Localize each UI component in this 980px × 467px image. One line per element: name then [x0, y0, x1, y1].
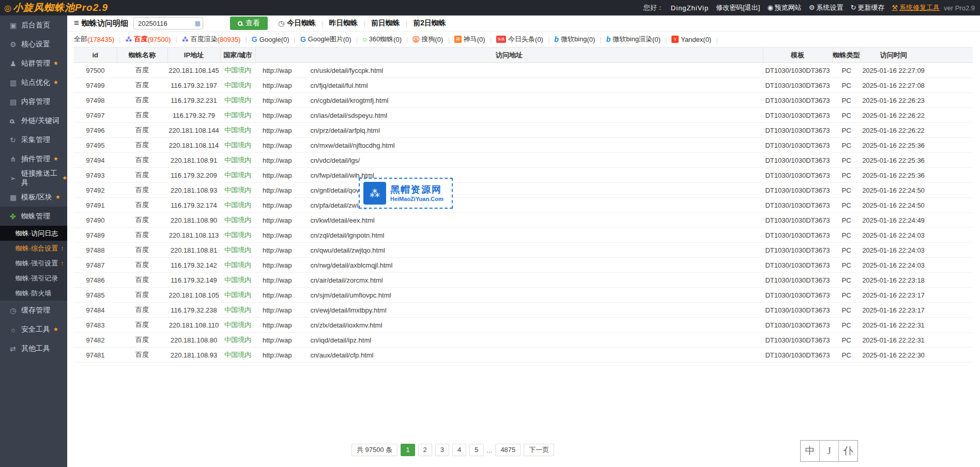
cell-ip: 220.181.108.145 — [167, 63, 220, 78]
cell-url: http://wapcn/usk/detail/fyccpk.html — [255, 63, 763, 78]
page-button-5[interactable]: 5 — [469, 444, 483, 456]
system-settings-link[interactable]: ⚙系统设置 — [809, 3, 844, 12]
cell-type: PC — [832, 348, 861, 363]
cell-url: http://wapcn/cgb/detail/krogtmfj.html — [255, 93, 763, 108]
filter-google[interactable]: GGoogle(0) — [252, 36, 289, 43]
page-button-2[interactable]: 2 — [418, 444, 432, 456]
filter-bing[interactable]: b微软bing(0) — [554, 35, 595, 44]
next-page-button[interactable]: 下一页 — [524, 444, 554, 456]
cell-spider: 百度 — [117, 168, 167, 183]
sidebar-item-蜘蛛·访问日志[interactable]: 蜘蛛·访问日志 — [0, 226, 67, 241]
cell-time: 2025-01-16 22:25:36 — [861, 168, 973, 183]
cell-time: 2025-01-16 22:27:08 — [861, 78, 973, 93]
table-row: 97496百度220.181.108.144中国境内http://wapcn/p… — [74, 123, 973, 138]
page-button-1[interactable]: 1 — [401, 444, 415, 456]
separator: | — [665, 36, 667, 43]
page-button-4875[interactable]: 4875 — [495, 444, 520, 456]
sidebar-item-外链/关键词[interactable]: 外链/关键词 — [0, 111, 67, 130]
sidebar-item-蜘蛛·综合设置[interactable]: 蜘蛛·综合设置↑ — [0, 241, 67, 256]
filter-baidu-render[interactable]: ⁂百度渲染(80935) — [182, 35, 241, 44]
quick-link-前2日蜘蛛[interactable]: 前2日蜘蛛 — [413, 19, 446, 28]
cell-id: 97483 — [74, 318, 117, 333]
cell-type: PC — [832, 243, 861, 258]
col-header-template: 模板 — [763, 48, 832, 63]
filter-toutiao[interactable]: 头条今日头条(0) — [496, 35, 543, 44]
preview-site-link[interactable]: ◉预览网站 — [767, 3, 801, 12]
quick-links: ◷ 今日蜘蛛|昨日蜘蛛|前日蜘蛛|前2日蜘蛛 — [278, 19, 446, 28]
cell-time: 2025-01-16 22:22:30 — [861, 348, 973, 363]
sidebar-item-安全工具[interactable]: ☼安全工具★ — [0, 320, 67, 339]
sidebar-item-采集管理[interactable]: ↻采集管理 — [0, 130, 67, 149]
filter-google-image[interactable]: GGoogle图片(0) — [300, 35, 351, 44]
cell-country: 中国境内 — [220, 258, 255, 273]
filter-baidu[interactable]: ⁂百度(97500) — [125, 35, 171, 44]
sidebar-item-蜘蛛·强引设置[interactable]: 蜘蛛·强引设置↑ — [0, 256, 67, 271]
sidebar-item-蜘蛛·防火墙[interactable]: 蜘蛛·防火墙 — [0, 286, 67, 301]
cell-time: 2025-01-16 22:26:22 — [861, 108, 973, 123]
page-button-4[interactable]: 4 — [452, 444, 466, 456]
separator: | — [548, 36, 549, 43]
pagination-total: 共 97500 条 — [351, 444, 397, 456]
cell-url: http://wapcn/qwu/detail/zwjtqo.html — [255, 243, 763, 258]
cell-id: 97495 — [74, 138, 117, 153]
quick-link-前日蜘蛛[interactable]: 前日蜘蛛 — [371, 19, 400, 28]
filter-all[interactable]: 全部(178435) — [74, 35, 114, 44]
sidebar-item-其他工具[interactable]: ⇄其他工具 — [0, 339, 67, 358]
cell-template: DT1030/1030DT3673 — [763, 288, 832, 303]
filter-count: (0) — [587, 36, 595, 43]
table-row: 97483百度220.181.108.110中国境内http://wapcn/z… — [74, 318, 973, 333]
cell-country: 中国境内 — [220, 138, 255, 153]
table-header-row: id 蜘蛛名称 IP地址 国家/城市 访问地址 模板 蜘蛛类型 访问时间 — [74, 48, 973, 63]
watermark-title: 黑帽资源网 — [390, 184, 443, 195]
cell-type: PC — [832, 303, 861, 318]
filter-label: 今日头条 — [508, 35, 535, 44]
cell-country: 中国境内 — [220, 153, 255, 168]
quick-link-昨日蜘蛛[interactable]: 昨日蜘蛛 — [329, 19, 358, 28]
quick-link-今日蜘蛛[interactable]: 今日蜘蛛 — [287, 19, 316, 28]
page-button-3[interactable]: 3 — [435, 444, 449, 456]
sidebar-item-后台首页[interactable]: ▣后台首页 — [0, 15, 67, 35]
cell-time: 2025-01-16 22:25:36 — [861, 153, 973, 168]
calendar-icon[interactable]: ▦ — [195, 20, 201, 27]
shenma-icon: 神 — [454, 36, 462, 43]
sidebar-item-蜘蛛管理[interactable]: ✤蜘蛛管理 — [0, 207, 67, 226]
clock-icon: ◷ — [10, 306, 21, 315]
sidebar-item-链接推送工具[interactable]: ➢链接推送工具★ — [0, 168, 67, 188]
sidebar-item-label: 后台首页 — [21, 21, 50, 30]
filter-bing-render[interactable]: b微软bing渲染(0) — [606, 35, 661, 44]
sidebar-item-内容管理[interactable]: ▤内容管理 — [0, 92, 67, 111]
cell-url: http://wapcn/ewj/detail/lmxtbpy.html — [255, 303, 763, 318]
change-password-link[interactable]: 修改密码 — [716, 4, 743, 11]
cell-spider: 百度 — [117, 228, 167, 243]
filter-yandex[interactable]: YYandex(0) — [671, 36, 711, 43]
filter-360[interactable]: ○360蜘蛛(0) — [362, 35, 402, 44]
logout-link[interactable]: [退出] — [743, 4, 760, 11]
sidebar-item-模板/区块[interactable]: ▦模板/区块★ — [0, 188, 67, 207]
sidebar-item-蜘蛛·强引记录[interactable]: 蜘蛛·强引记录 — [0, 271, 67, 286]
cell-spider: 百度 — [117, 243, 167, 258]
top-right-menu: 您好： DingZhiVip 修改密码[退出] ◉预览网站 ⚙系统设置 ↻更新缓… — [636, 3, 980, 12]
cell-id: 97489 — [74, 228, 117, 243]
date-input[interactable] — [133, 17, 203, 29]
filter-sogou[interactable]: Ⓢ搜狗(0) — [412, 35, 443, 44]
repair-tool-link[interactable]: ⚒系统修复工具 — [892, 3, 940, 12]
cell-ip: 220.181.108.113 — [167, 228, 220, 243]
table-row: 97492百度220.181.108.93中国境内http://wapcn/gn… — [74, 183, 973, 198]
cell-type: PC — [832, 213, 861, 228]
update-cache-link[interactable]: ↻更新缓存 — [850, 3, 884, 12]
sidebar-item-核心设置[interactable]: ⚙核心设置 — [0, 35, 67, 54]
separator: | — [245, 36, 247, 43]
sidebar-item-缓存管理[interactable]: ◷缓存管理 — [0, 301, 67, 320]
cell-type: PC — [832, 123, 861, 138]
sidebar-item-站点优化[interactable]: ▥站点优化★ — [0, 73, 67, 92]
sidebar-item-label: 外链/关键词 — [21, 116, 59, 126]
sidebar-item-站群管理[interactable]: ♟站群管理★ — [0, 54, 67, 73]
table-row: 97488百度220.181.108.81中国境内http://wapcn/qw… — [74, 243, 973, 258]
sidebar-item-插件管理[interactable]: ⋔插件管理★ — [0, 149, 67, 168]
table-row: 97489百度220.181.108.113中国境内http://wapcn/z… — [74, 228, 973, 243]
filter-shenma[interactable]: 神神马(0) — [454, 35, 485, 44]
cell-spider: 百度 — [117, 258, 167, 273]
table-row: 97487百度116.179.32.142中国境内http://wapcn/rw… — [74, 258, 973, 273]
view-button[interactable]: 查看 — [230, 17, 268, 30]
cell-url: http://wapcn/zql/detail/lgnpotn.html — [255, 228, 763, 243]
